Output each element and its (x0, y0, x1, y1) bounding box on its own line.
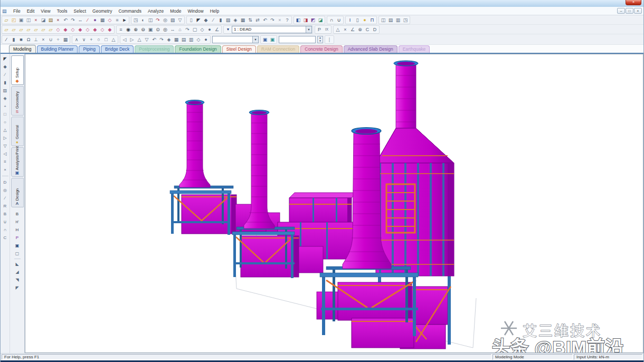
release-end-icon[interactable]: ◆ (91, 26, 99, 33)
tab-foundation-design[interactable]: Foundation Design (175, 45, 221, 53)
zoom-window-icon[interactable]: ▣ (147, 26, 154, 33)
add-beam-icon[interactable]: ∕ (3, 36, 10, 43)
pan-left-tool-icon[interactable]: ◁ (2, 150, 8, 157)
cut-icon[interactable]: × (32, 16, 40, 24)
orientation-se-icon[interactable]: ◢ (14, 269, 21, 275)
geometry-cursor-icon[interactable]: ▦ (239, 16, 247, 24)
load-list-icon[interactable]: IX (323, 26, 330, 33)
separator-handle-icon[interactable]: | (326, 36, 333, 43)
plate-query-icon[interactable]: ◩ (309, 16, 317, 24)
display-color-icon[interactable]: ▣ (261, 36, 269, 43)
insert-beam-icon[interactable]: ▽ (176, 16, 184, 24)
list-tool-icon[interactable]: ≡ (2, 158, 8, 165)
new-window-icon[interactable]: ◫ (380, 16, 387, 24)
menu-analyze[interactable]: Analyze (145, 8, 167, 14)
pointer-cursor-icon[interactable]: ◤ (2, 55, 8, 62)
grid-settings-icon[interactable]: ▦ (62, 36, 69, 43)
view-redo-icon[interactable]: ↷ (269, 16, 276, 24)
rotate-view-icon[interactable]: ↷ (184, 26, 191, 33)
stretch-beam-icon[interactable]: ⊥ (32, 36, 40, 43)
tile-vertical-icon[interactable]: ▥ (394, 16, 402, 24)
menu-select[interactable]: Select (70, 8, 89, 14)
spline-tool-icon[interactable]: C (2, 234, 8, 241)
view-up-icon[interactable]: △ (136, 36, 143, 43)
select-connected-icon[interactable]: + (88, 36, 95, 43)
loadcase-dropdown[interactable]: 1 : DEAD ▼ (232, 26, 312, 33)
radius-tool-icon[interactable]: ◎ (2, 187, 8, 194)
rotate-tool-icon[interactable]: R (2, 203, 8, 209)
zoom-box-tool-icon[interactable]: □ (2, 111, 8, 118)
add-solid-icon[interactable]: ■ (17, 36, 25, 43)
tab-postprocessing[interactable]: Postprocessing (135, 45, 174, 53)
open-file-icon[interactable]: ◰ (10, 16, 17, 24)
perspective-toggle-icon[interactable]: ◇ (198, 26, 206, 33)
tab-steel-design[interactable]: Steel Design (222, 45, 256, 53)
intersect-beams-icon[interactable]: × (40, 36, 47, 43)
menu-window[interactable]: Window (184, 8, 206, 14)
curved-beam-icon[interactable]: Ω (25, 36, 32, 43)
perspective-view-icon[interactable]: ◇ (195, 36, 202, 43)
add-node-tool-icon[interactable]: + (2, 103, 8, 110)
menu-commands[interactable]: Commands (115, 8, 144, 14)
delete-load-icon[interactable]: × (342, 26, 349, 33)
menu-edit[interactable]: Edit (24, 8, 38, 14)
select-circle-icon[interactable]: ○ (95, 36, 102, 43)
pinned-support-icon[interactable]: ◇ (69, 26, 77, 33)
snap-node-solid-icon[interactable]: ▱ (17, 26, 25, 33)
add-plate-icon[interactable]: ▮ (10, 36, 17, 43)
axes-toggle-icon[interactable]: ∠ (349, 26, 356, 33)
move-origin-icon[interactable]: ◎ (162, 16, 169, 24)
beam-perpendicular-icon[interactable]: ▱ (32, 26, 40, 33)
solid-cursor-icon[interactable]: ◈ (232, 16, 239, 24)
select-perpendicular-icon[interactable]: ∨ (80, 36, 88, 43)
delete-icon[interactable]: × (54, 16, 62, 24)
zoom-in-icon[interactable]: ⊕ (132, 26, 139, 33)
erase-tool-icon[interactable]: × (2, 166, 8, 173)
print-icon[interactable]: ◫ (25, 16, 32, 24)
menu-geometry[interactable]: Geometry (89, 8, 115, 14)
mode-tab-design[interactable]: DesignA (11, 178, 24, 207)
zoom-out-icon[interactable]: ⊖ (139, 26, 147, 33)
red-marker-icon[interactable]: ∕ (84, 16, 91, 24)
curve-top-icon[interactable]: ∩ (328, 16, 335, 24)
circle-tool-icon[interactable]: ○ (2, 119, 8, 126)
connect-beams-icon[interactable]: ∪ (47, 36, 54, 43)
line-tool-icon[interactable]: ∕ (2, 195, 8, 202)
break-beam-icon[interactable]: ÷ (54, 36, 62, 43)
node-cursor-icon[interactable]: ◆ (202, 16, 210, 24)
snap-node-beam-icon[interactable]: ▱ (3, 26, 10, 33)
beta-angle-icon[interactable]: B (14, 211, 21, 217)
collapse-tree-icon[interactable]: ⇅ (247, 16, 254, 24)
tab-concrete-design[interactable]: Concrete Design (300, 45, 342, 53)
tab-earthquake[interactable]: Earthquake (399, 45, 430, 53)
save-icon[interactable]: ▣ (17, 16, 25, 24)
chevron-down-icon[interactable]: ▼ (306, 26, 311, 33)
model-viewport[interactable]: 艾三维技术 头条 @BIM前沿 (25, 54, 643, 353)
coordinate-input[interactable] (279, 36, 316, 43)
mirror-icon[interactable]: ◫ (147, 16, 154, 24)
tile-horizontal-icon[interactable]: ▤ (387, 16, 394, 24)
member-query-icon[interactable]: ◧ (295, 16, 302, 24)
mdi-close-button[interactable]: × (634, 8, 642, 14)
menu-file[interactable]: File (10, 8, 24, 14)
translational-repeat-icon[interactable]: ◳ (132, 16, 139, 24)
zoom-capture-icon[interactable]: ◉ (125, 26, 132, 33)
mode-tab-analysis-print[interactable]: Analysis/Print▣ (11, 147, 24, 177)
move-icon[interactable]: ↔ (77, 16, 84, 24)
node-query-icon[interactable]: ◨ (302, 16, 309, 24)
select-box-icon[interactable]: □ (102, 36, 110, 43)
plates-select-icon[interactable]: ▮ (2, 79, 8, 86)
zoom-extents-icon[interactable]: ◎ (162, 26, 169, 33)
report-page-icon[interactable]: ▯ (354, 16, 361, 24)
menu-help[interactable]: Help (207, 8, 222, 14)
page-view-icon[interactable]: ▯ (187, 16, 195, 24)
curve-bottom-icon[interactable]: ∪ (335, 16, 343, 24)
window-close-button[interactable]: × (626, 0, 641, 5)
member-offset-icon[interactable]: H' (14, 218, 21, 225)
menu-tools[interactable]: Tools (54, 8, 71, 14)
tab-piping[interactable]: Piping (79, 45, 100, 53)
menu-mode[interactable]: Mode (167, 8, 184, 14)
support-query-icon[interactable]: ◪ (317, 16, 324, 24)
chevron-down-icon[interactable]: ▼ (252, 36, 258, 43)
copy-icon[interactable]: ◪ (40, 16, 47, 24)
